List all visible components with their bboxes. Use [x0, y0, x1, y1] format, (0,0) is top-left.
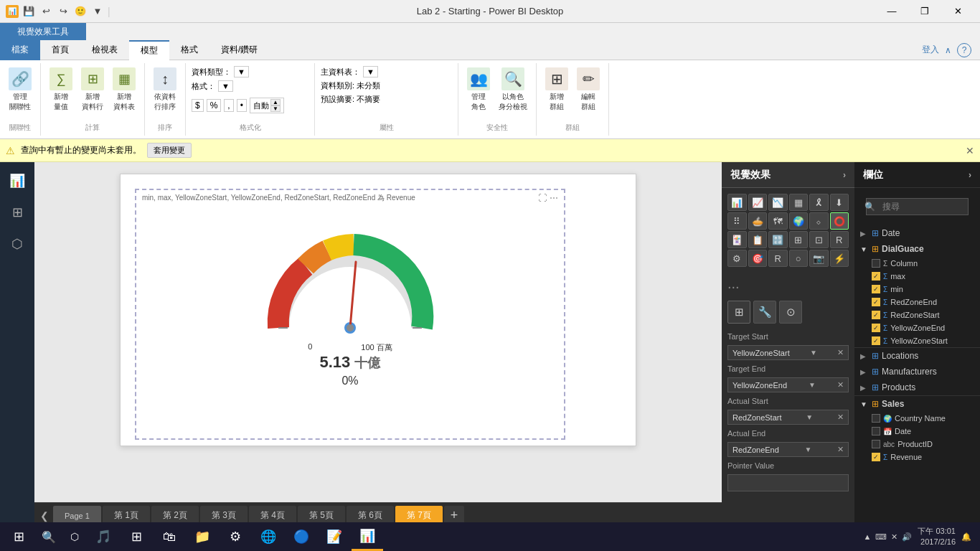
format-tab[interactable]: 🔧: [753, 301, 776, 324]
taskbar-apps[interactable]: ⊞: [121, 522, 152, 551]
field-table-sales[interactable]: ▼ ⊞ Sales: [854, 395, 980, 412]
visual-tools-tab[interactable]: 視覺效果工具: [0, 23, 86, 40]
spinner-down[interactable]: ▼: [270, 105, 281, 112]
target-end-close[interactable]: ✕: [837, 380, 844, 390]
smiley-button[interactable]: 🙂: [73, 4, 88, 19]
viz-icon-gauge[interactable]: ⭕: [830, 212, 849, 230]
expand-icon[interactable]: ⛶: [538, 193, 547, 203]
taskbar-x-icon[interactable]: ✕: [891, 532, 897, 542]
viz-icon-line[interactable]: 📈: [748, 194, 768, 211]
notification-close-button[interactable]: ✕: [966, 145, 974, 156]
viz-icon-waterfall[interactable]: ⬇: [830, 194, 849, 211]
fields-expand[interactable]: ›: [969, 170, 971, 180]
taskbar-settings[interactable]: ⚙: [220, 522, 251, 551]
edit-group-button[interactable]: ✏ 編輯群組: [574, 66, 603, 113]
add-group-button[interactable]: ⊞ 新增群組: [542, 66, 571, 113]
viz-icon-custom5[interactable]: 📷: [809, 250, 829, 267]
master-table-dropdown[interactable]: ▼: [363, 66, 378, 77]
min-checkbox[interactable]: ✓: [872, 285, 880, 293]
canvas-page[interactable]: min, max, YellowZoneStart, YellowZoneEnd…: [120, 174, 636, 446]
field-table-products[interactable]: ▶ ⊞ Products: [854, 380, 980, 395]
menu-item-format[interactable]: 格式: [169, 40, 209, 60]
viz-icon-bar[interactable]: 📊: [727, 194, 747, 211]
viz-icon-matrix[interactable]: ⊡: [809, 231, 829, 248]
taskbar-cortana[interactable]: ⬡: [63, 522, 86, 551]
close-button[interactable]: ✕: [941, 0, 974, 23]
menu-item-model[interactable]: 模型: [129, 40, 169, 60]
pointer-value-dropdown[interactable]: [727, 474, 849, 491]
field-item-max[interactable]: ✓ Σ max: [854, 270, 980, 283]
redo-button[interactable]: ↪: [56, 4, 70, 19]
sidebar-item-chart[interactable]: 📊: [4, 168, 30, 194]
add-table-button[interactable]: ▦ 新增資料表: [110, 66, 138, 113]
viz-icon-ribbon[interactable]: 🎗: [809, 194, 829, 211]
sidebar-item-model[interactable]: ⬡: [4, 231, 30, 257]
login-button[interactable]: 登入: [922, 44, 939, 56]
manage-relations-button[interactable]: 🔗 管理關聯性: [6, 66, 34, 113]
actual-start-dropdown[interactable]: RedZoneStart ▼ ✕: [727, 410, 849, 425]
save-button[interactable]: 💾: [22, 4, 36, 19]
taskbar-keyboard-icon[interactable]: ⌨: [875, 532, 887, 542]
viz-icon-filled-map[interactable]: 🌍: [789, 212, 809, 230]
add-column-button[interactable]: ⊞ 新增資料行: [78, 66, 107, 113]
field-item-min[interactable]: ✓ Σ min: [854, 283, 980, 296]
taskbar-ie[interactable]: 🌐: [253, 522, 284, 551]
redzonestart-checkbox[interactable]: ✓: [872, 311, 880, 319]
taskbar-volume-icon[interactable]: 🔊: [902, 532, 912, 542]
viz-icon-scatter[interactable]: ⠿: [727, 212, 747, 230]
help-button[interactable]: ?: [957, 43, 971, 57]
taskbar-chrome[interactable]: 🔵: [286, 522, 317, 551]
viz-icon-table[interactable]: ⊞: [789, 231, 809, 248]
field-item-revenue[interactable]: ✓ Σ Revenue: [854, 451, 980, 463]
viz-icon-funnel[interactable]: ⬦: [809, 212, 829, 230]
data-type-dropdown[interactable]: ▼: [234, 66, 249, 77]
comma-button[interactable]: ,: [224, 99, 233, 112]
date-field-checkbox[interactable]: [872, 427, 880, 435]
yellowzonestart-checkbox[interactable]: ✓: [872, 336, 880, 345]
yellowzoneend-checkbox[interactable]: ✓: [872, 324, 880, 332]
page-nav-left[interactable]: ❮: [37, 509, 52, 523]
field-item-date[interactable]: 📅 Date: [854, 425, 980, 438]
column-checkbox[interactable]: [872, 259, 880, 268]
field-item-yellowzoneend[interactable]: ✓ Σ YellowZoneEnd: [854, 321, 980, 334]
actual-end-dropdown[interactable]: RedZoneEnd ▼ ✕: [727, 442, 849, 457]
taskbar-spotify[interactable]: 🎵: [88, 522, 119, 551]
actual-start-close[interactable]: ✕: [837, 413, 844, 422]
target-start-close[interactable]: ✕: [837, 348, 844, 357]
taskbar-powerbi[interactable]: 📊: [352, 522, 383, 551]
view-as-role-button[interactable]: 🔍 以角色身分檢視: [496, 66, 530, 113]
more-options[interactable]: ...: [722, 273, 854, 295]
field-item-yellowzonestart[interactable]: ✓ Σ YellowZoneStart: [854, 334, 980, 347]
menu-item-home[interactable]: 首頁: [40, 40, 80, 60]
menu-item-view[interactable]: 檢視表: [80, 40, 129, 60]
max-checkbox[interactable]: ✓: [872, 272, 880, 281]
sidebar-item-table[interactable]: ⊞: [4, 199, 30, 225]
viz-icon-map[interactable]: 🗺: [768, 212, 788, 230]
field-table-date[interactable]: ▶ ⊞ Date: [854, 225, 980, 241]
start-button[interactable]: ⊞: [3, 522, 34, 551]
taskbar-notification-icon[interactable]: 🔔: [961, 532, 971, 542]
revenue-checkbox[interactable]: ✓: [872, 453, 880, 461]
field-table-manufacturers[interactable]: ▶ ⊞ Manufacturers: [854, 364, 980, 380]
target-end-dropdown[interactable]: YellowZoneEnd ▼ ✕: [727, 377, 849, 392]
gauge-chart-container[interactable]: min, max, YellowZoneStart, YellowZoneEnd…: [135, 189, 565, 440]
viz-icon-slicer[interactable]: 🔡: [768, 231, 788, 248]
visual-effects-expand[interactable]: ›: [843, 170, 846, 180]
menu-item-data[interactable]: 資料/鑽研: [209, 40, 269, 60]
viz-icon-area[interactable]: 📉: [768, 194, 788, 211]
taskbar-explorer[interactable]: 📁: [187, 522, 218, 551]
format-dropdown[interactable]: ▼: [218, 80, 233, 92]
fields-search-input[interactable]: [866, 198, 969, 215]
viz-icon-r[interactable]: R: [830, 231, 849, 248]
redzoneend-checkbox[interactable]: ✓: [872, 298, 880, 306]
country-name-checkbox[interactable]: [872, 414, 880, 423]
more-icon[interactable]: ⋯: [550, 193, 558, 203]
spinner-up[interactable]: ▲: [270, 99, 281, 105]
field-item-country-name[interactable]: 🌍 Country Name: [854, 412, 980, 425]
currency-button[interactable]: $: [192, 99, 204, 112]
viz-icon-custom2[interactable]: 🎯: [748, 250, 768, 267]
menu-item-file[interactable]: 檔案: [0, 40, 40, 60]
field-item-productid[interactable]: abc ProductID: [854, 438, 980, 451]
viz-icon-custom4[interactable]: ○: [789, 250, 809, 267]
taskbar-search-button[interactable]: 🔍: [36, 522, 62, 551]
